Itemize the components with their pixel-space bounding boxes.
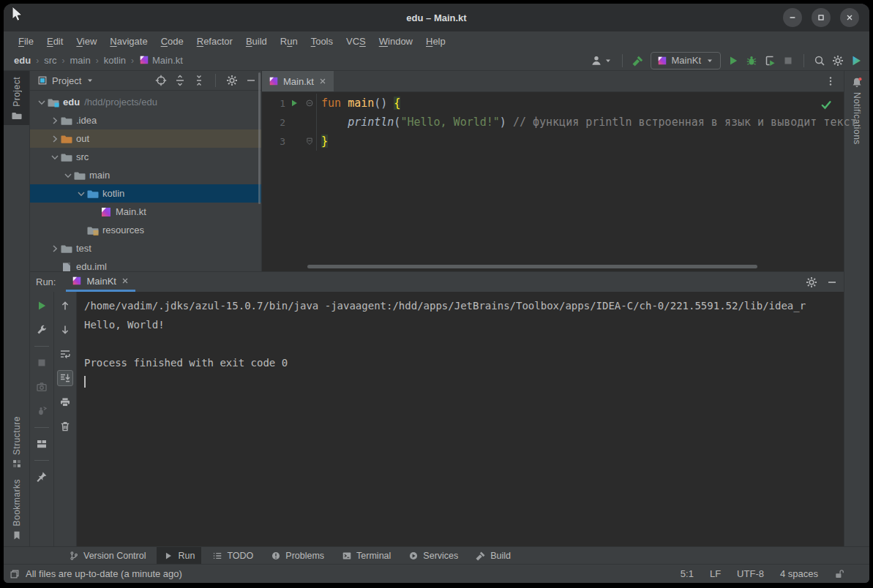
- tree-item-edu[interactable]: edu/hdd/projects/edu: [30, 93, 261, 111]
- edit-configuration-button[interactable]: [34, 322, 50, 338]
- ide-update-icon[interactable]: [850, 55, 862, 67]
- chevron-right-icon[interactable]: [49, 115, 61, 127]
- tree-item-out[interactable]: out: [30, 129, 261, 148]
- run-tab-mainkt[interactable]: MainKt: [66, 272, 135, 292]
- menu-run[interactable]: Run: [274, 34, 304, 49]
- menu-tools[interactable]: Tools: [305, 34, 339, 49]
- menu-window[interactable]: Window: [373, 34, 419, 49]
- scroll-to-end-button[interactable]: [57, 370, 73, 386]
- toolwindow-button-todo[interactable]: TODO: [206, 547, 260, 564]
- tool-stripe-structure[interactable]: Structure: [4, 410, 29, 473]
- tree-item-main[interactable]: main: [30, 166, 261, 184]
- print-button[interactable]: [57, 394, 73, 410]
- breadcrumb-main-kt[interactable]: Main.kt: [139, 55, 183, 66]
- rerun-button[interactable]: [34, 298, 50, 314]
- search-everywhere-button[interactable]: [814, 55, 825, 67]
- clear-all-button[interactable]: [57, 418, 73, 434]
- run-with-coverage-button[interactable]: [764, 55, 776, 67]
- chevron-right-icon[interactable]: [49, 243, 61, 255]
- chevron-down-icon[interactable]: [36, 97, 48, 108]
- soft-wrap-button[interactable]: [57, 346, 73, 362]
- expand-all-button[interactable]: [174, 75, 186, 86]
- menu-file[interactable]: File: [12, 34, 40, 49]
- settings-button[interactable]: [832, 55, 844, 67]
- next-occurrence-button[interactable]: [57, 322, 73, 338]
- menu-vcs[interactable]: VCS: [340, 34, 372, 49]
- hide-panel-button[interactable]: [826, 276, 838, 288]
- maximize-button[interactable]: [812, 8, 831, 27]
- collapse-all-button[interactable]: [193, 75, 205, 86]
- prev-occurrence-button[interactable]: [57, 298, 73, 314]
- run-console[interactable]: /home/vadim/.jdks/azul-15.0.7/bin/java -…: [77, 292, 844, 546]
- toolwindow-button-build[interactable]: Build: [469, 547, 517, 564]
- chevron-down-icon[interactable]: [86, 76, 94, 85]
- tree-item-main-kt[interactable]: Main.kt: [30, 203, 261, 221]
- menu-refactor[interactable]: Refactor: [191, 34, 239, 49]
- unlock-icon[interactable]: [834, 569, 844, 579]
- code-line-1[interactable]: 1fun main() {: [262, 94, 844, 113]
- chevron-down-icon[interactable]: [62, 170, 74, 181]
- code-line-3[interactable]: 3}: [262, 132, 844, 151]
- menu-navigate[interactable]: Navigate: [104, 34, 153, 49]
- menu-help[interactable]: Help: [420, 34, 452, 49]
- encoding[interactable]: UTF-8: [737, 568, 764, 579]
- build-project-button[interactable]: [632, 55, 644, 67]
- breadcrumb-main[interactable]: main: [70, 55, 90, 66]
- minimize-button[interactable]: [783, 8, 802, 27]
- close-button[interactable]: [840, 8, 859, 27]
- breadcrumb-src[interactable]: src: [44, 55, 56, 66]
- run-line-icon[interactable]: [290, 99, 299, 108]
- code-token: (: [394, 116, 400, 129]
- toolwindow-button-problems[interactable]: Problems: [264, 547, 331, 564]
- tab-close-icon[interactable]: [318, 77, 327, 86]
- tree-item-label: test: [76, 243, 91, 254]
- gear-icon[interactable]: [226, 75, 238, 86]
- fold-marker-icon[interactable]: [305, 137, 314, 146]
- tool-stripe-project[interactable]: Project: [4, 71, 29, 125]
- breadcrumb-kotlin[interactable]: kotlin: [104, 55, 126, 66]
- tree-item-idea[interactable]: .idea: [30, 111, 261, 129]
- toolwindow-button-services[interactable]: Services: [402, 547, 465, 564]
- pin-tab-button[interactable]: [34, 469, 50, 485]
- inspections-ok-icon[interactable]: [820, 99, 832, 110]
- files-status-icon[interactable]: [10, 569, 20, 579]
- hide-panel-button[interactable]: [245, 75, 257, 86]
- project-panel-header: Project: [30, 71, 261, 91]
- menu-edit[interactable]: Edit: [41, 34, 69, 49]
- run-configuration-select[interactable]: MainKt: [651, 52, 721, 69]
- menu-code[interactable]: Code: [155, 34, 190, 49]
- code-line-2[interactable]: 2 println("Hello, World!") // функция pr…: [262, 113, 844, 132]
- menu-build[interactable]: Build: [240, 34, 273, 49]
- tree-item-edu-iml[interactable]: edu.iml: [30, 257, 261, 271]
- toolwindow-button-terminal[interactable]: Terminal: [335, 547, 397, 564]
- caret-position[interactable]: 5:1: [681, 568, 694, 579]
- tree-item-kotlin[interactable]: kotlin: [30, 184, 261, 203]
- tab-options-button[interactable]: [817, 71, 844, 91]
- chevron-down-icon[interactable]: [75, 188, 87, 200]
- indent[interactable]: 4 spaces: [780, 568, 818, 579]
- tree-item-resources[interactable]: resources: [30, 221, 261, 239]
- tab-main-kt[interactable]: Main.kt: [262, 71, 334, 91]
- breadcrumb-edu[interactable]: edu: [14, 55, 31, 66]
- tab-close-icon[interactable]: [121, 276, 130, 285]
- tree-item-src[interactable]: src: [30, 148, 261, 166]
- menu-view[interactable]: View: [70, 34, 102, 49]
- chevron-right-icon[interactable]: [49, 133, 61, 145]
- tree-scrollbar[interactable]: [258, 72, 261, 204]
- fold-marker-icon[interactable]: [305, 99, 314, 108]
- select-opened-file-button[interactable]: [155, 75, 167, 86]
- chevron-down-icon[interactable]: [49, 151, 61, 163]
- run-button[interactable]: [727, 55, 739, 67]
- toolwindow-button-run[interactable]: Run: [157, 547, 201, 564]
- debug-button[interactable]: [746, 55, 757, 67]
- toolwindow-button-version-control[interactable]: Version Control: [62, 547, 152, 564]
- line-ending[interactable]: LF: [710, 568, 721, 579]
- restore-layout-button[interactable]: [34, 436, 50, 452]
- tool-stripe-notifications[interactable]: Notifications: [844, 71, 869, 149]
- editor-horizontal-scrollbar[interactable]: [307, 265, 757, 268]
- tree-item-test[interactable]: test: [30, 239, 261, 257]
- gear-icon[interactable]: [806, 276, 817, 288]
- avatar-button[interactable]: [591, 55, 612, 67]
- code-area[interactable]: 1fun main() {2 println("Hello, World!") …: [262, 92, 844, 271]
- tool-stripe-bookmarks[interactable]: Bookmarks: [4, 473, 29, 545]
